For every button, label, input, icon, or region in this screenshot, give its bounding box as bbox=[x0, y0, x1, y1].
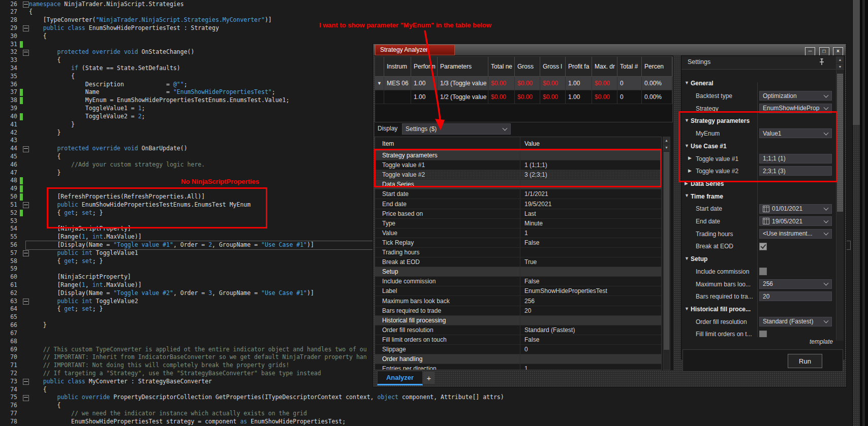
settings-item-row[interactable]: MyEnumValue1 bbox=[681, 127, 837, 140]
settings-item-row[interactable]: Break at EOD bbox=[681, 240, 837, 253]
column-header-item[interactable]: Item bbox=[375, 137, 520, 150]
settings-item-row[interactable]: Backtest typeOptimization bbox=[681, 90, 837, 103]
property-row[interactable]: Trading hours bbox=[375, 248, 661, 257]
close-button[interactable]: × bbox=[833, 47, 843, 56]
settings-item-row[interactable]: Trading hours<Use instrument... bbox=[681, 227, 837, 240]
property-group-row[interactable]: Order handling bbox=[375, 354, 661, 364]
setting-textbox[interactable]: 20 bbox=[759, 291, 832, 301]
date-picker-dropdown[interactable]: 19/05/2021 bbox=[759, 216, 832, 226]
code-line-77[interactable]: 77 // we need the indicator instance whi… bbox=[0, 410, 852, 418]
property-row[interactable]: Include commissionFalse bbox=[375, 277, 661, 286]
properties-scrollbar-thumb[interactable] bbox=[664, 152, 669, 350]
expand-open-icon[interactable]: ▼ bbox=[685, 193, 689, 198]
code-line-76[interactable]: 76 { bbox=[0, 402, 852, 410]
setting-textbox[interactable]: 1;1;1 (1) bbox=[759, 154, 832, 163]
properties-scrollbar[interactable]: ▲ ▼ bbox=[663, 137, 670, 370]
settings-scrollbar-thumb[interactable] bbox=[837, 74, 843, 212]
code-line-30[interactable]: 30 { bbox=[0, 32, 852, 41]
setting-dropdown[interactable]: EnumShowHideProp bbox=[759, 104, 832, 113]
editor-scrollbar-thumb[interactable] bbox=[853, 0, 860, 125]
display-dropdown[interactable]: Settings ($) bbox=[402, 123, 511, 135]
property-row[interactable]: Maximum bars look back256 bbox=[375, 297, 661, 306]
property-row[interactable]: Toggle value #11 (1;1;1) bbox=[375, 160, 661, 170]
expand-closed-icon[interactable]: ▶ bbox=[685, 181, 688, 186]
editor-scrollbar[interactable] bbox=[853, 0, 860, 426]
fold-collapse-icon[interactable] bbox=[23, 146, 29, 152]
settings-group-row[interactable]: ▼Use Case #1 bbox=[681, 140, 837, 153]
settings-item-row[interactable]: ▶Toggle value #22;3;1 (3) bbox=[681, 165, 837, 178]
grid-row[interactable]: ▼MES 061.001/3 (Toggle value$0.00$0.00$0… bbox=[375, 77, 672, 90]
settings-item-row[interactable]: Include commission bbox=[681, 266, 837, 278]
setting-dropdown[interactable]: Optimization bbox=[759, 91, 832, 101]
expand-closed-icon[interactable]: ▶ bbox=[688, 155, 692, 160]
settings-group-row[interactable]: ▼Setup bbox=[681, 253, 837, 266]
template-link[interactable]: template bbox=[810, 338, 833, 345]
fold-collapse-icon[interactable] bbox=[23, 2, 29, 8]
property-row[interactable]: Start date1/1/2021 bbox=[375, 189, 661, 199]
settings-item-row[interactable]: Bars required to tra...20 bbox=[681, 290, 837, 303]
grid-column-header[interactable]: Instrum bbox=[384, 57, 411, 76]
expand-open-icon[interactable]: ▼ bbox=[685, 143, 689, 148]
scroll-up-icon[interactable]: ▲ bbox=[663, 137, 670, 144]
expand-open-icon[interactable]: ▼ bbox=[685, 118, 689, 123]
grid-column-header[interactable]: Percen bbox=[642, 57, 672, 76]
grid-column-header[interactable]: Gross l bbox=[540, 57, 566, 76]
property-row[interactable]: Fill limit orders on touchFalse bbox=[375, 335, 661, 345]
grid-column-header[interactable]: Perform bbox=[411, 57, 438, 76]
expand-open-icon[interactable]: ▼ bbox=[685, 256, 689, 261]
fold-collapse-icon[interactable] bbox=[23, 379, 29, 385]
fold-collapse-icon[interactable] bbox=[23, 395, 29, 401]
property-row[interactable]: End date19/5/2021 bbox=[375, 200, 661, 209]
grid-column-header[interactable]: Total ne bbox=[488, 57, 515, 76]
scroll-up-icon[interactable]: ▲ bbox=[836, 56, 844, 63]
expand-open-icon[interactable]: ▼ bbox=[685, 80, 689, 85]
row-expander-icon[interactable]: ▼ bbox=[375, 77, 384, 90]
settings-item-row[interactable]: StrategyEnumShowHideProp bbox=[681, 102, 837, 115]
checkbox-unchecked[interactable] bbox=[759, 331, 767, 338]
settings-scrollbar[interactable]: ▲ ▼ bbox=[836, 56, 844, 341]
column-header-value[interactable]: Value bbox=[520, 137, 661, 150]
settings-group-row[interactable]: ▼Historical fill proce... bbox=[681, 303, 837, 316]
fold-collapse-icon[interactable] bbox=[23, 299, 29, 305]
settings-item-row[interactable]: Order fill resolutionStandard (Fastest) bbox=[681, 315, 837, 328]
settings-item-row[interactable]: ▶Toggle value #11;1;1 (1) bbox=[681, 152, 837, 165]
fold-collapse-icon[interactable] bbox=[23, 250, 29, 256]
fold-collapse-icon[interactable] bbox=[23, 25, 29, 31]
property-group-row[interactable]: Strategy parameters bbox=[375, 151, 661, 160]
expand-open-icon[interactable]: ▼ bbox=[685, 306, 689, 311]
grid-column-header[interactable] bbox=[375, 57, 384, 76]
scroll-down-icon[interactable]: ▼ bbox=[836, 63, 844, 71]
property-row[interactable]: Break at EODTrue bbox=[375, 257, 661, 267]
property-group-row[interactable]: Historical fill processing bbox=[375, 316, 661, 325]
property-row[interactable]: Slippage0 bbox=[375, 345, 661, 354]
scroll-down-icon[interactable]: ▼ bbox=[663, 144, 670, 151]
setting-dropdown[interactable]: 256 bbox=[759, 279, 832, 289]
code-line-26[interactable]: 26namespace NinjaTrader.NinjaScript.Stra… bbox=[0, 1, 852, 9]
settings-group-row[interactable]: ▼General bbox=[681, 77, 837, 90]
properties-table-header[interactable]: Item Value bbox=[375, 137, 661, 151]
settings-group-row[interactable]: ▼Time frame bbox=[681, 190, 837, 203]
settings-item-row[interactable]: Maximum bars loo...256 bbox=[681, 278, 837, 290]
settings-group-row[interactable]: ▼Strategy parameters bbox=[681, 115, 837, 127]
property-row[interactable]: LabelEnumShowHidePropertiesTest bbox=[375, 286, 661, 296]
setting-dropdown[interactable]: Standard (Fastest) bbox=[759, 317, 832, 326]
fold-collapse-icon[interactable] bbox=[23, 202, 29, 208]
tab-analyzer[interactable]: Analyzer bbox=[377, 371, 423, 385]
setting-textbox[interactable]: 2;3;1 (3) bbox=[759, 166, 832, 176]
grid-column-header[interactable]: Profit fa bbox=[566, 57, 592, 76]
checkbox-checked[interactable] bbox=[759, 243, 767, 250]
code-line-27[interactable]: 27{ bbox=[0, 8, 852, 16]
code-line-75[interactable]: 75 public override PropertyDescriptorCol… bbox=[0, 394, 852, 402]
property-row[interactable]: Entries per direction1 bbox=[375, 364, 661, 370]
setting-dropdown[interactable]: <Use instrument... bbox=[759, 229, 832, 239]
property-row[interactable]: Price based onLast bbox=[375, 209, 661, 219]
optimization-results-grid[interactable]: InstrumPerformParametersTotal neGrossGro… bbox=[375, 56, 673, 122]
checkbox-unchecked[interactable] bbox=[759, 268, 767, 275]
settings-item-row[interactable]: Fill limit orders on t... bbox=[681, 328, 837, 337]
property-row[interactable]: Tick ReplayFalse bbox=[375, 238, 661, 248]
property-row[interactable]: Toggle value #23 (2;3;1) bbox=[375, 170, 661, 180]
property-group-row[interactable]: Data Series bbox=[375, 180, 661, 189]
date-picker-dropdown[interactable]: 01/01/2021 bbox=[759, 204, 832, 214]
grid-row[interactable]: 1.001/2 (Toggle value$0.00$0.00$0.001.00… bbox=[375, 90, 672, 104]
run-button[interactable]: Run bbox=[788, 354, 822, 368]
